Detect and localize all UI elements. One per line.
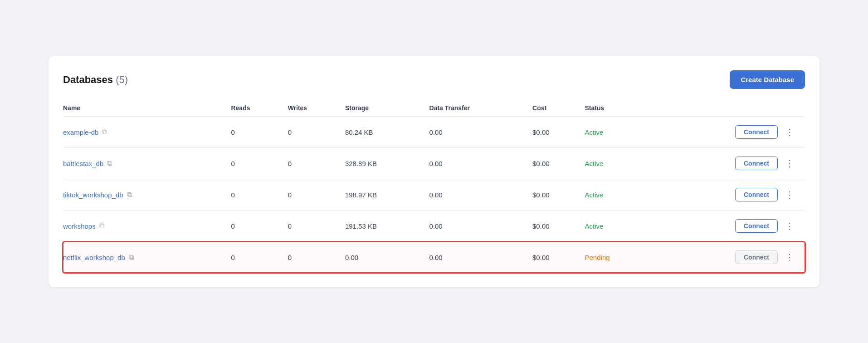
actions-cell: Connect⋮	[654, 187, 798, 202]
db-storage: 0.00	[345, 242, 429, 273]
table-row: battlestax_db ⧉ 00328.89 KB0.00$0.00Acti…	[63, 148, 805, 179]
db-name-cell: netflix_workshop_db ⧉	[63, 242, 231, 273]
db-name-link[interactable]: battlestax_db	[63, 160, 103, 167]
databases-card: Databases (5) Create Database Name Reads…	[49, 56, 819, 287]
connect-button[interactable]: Connect	[735, 250, 778, 264]
db-writes: 0	[288, 211, 345, 242]
db-cost: $0.00	[532, 211, 585, 242]
title-text: Databases	[63, 74, 113, 85]
col-storage: Storage	[345, 100, 429, 117]
db-data-transfer: 0.00	[429, 242, 533, 273]
table-row: tiktok_workshop_db ⧉ 00198.97 KB0.00$0.0…	[63, 179, 805, 211]
db-cost: $0.00	[532, 242, 585, 273]
table-row: workshops ⧉ 00191.53 KB0.00$0.00ActiveCo…	[63, 211, 805, 242]
db-cost: $0.00	[532, 179, 585, 211]
table-row: example-db ⧉ 0080.24 KB0.00$0.00ActiveCo…	[63, 117, 805, 148]
db-name-cell: example-db ⧉	[63, 117, 231, 148]
db-actions: Connect⋮	[654, 211, 805, 242]
db-writes: 0	[288, 242, 345, 273]
connect-button[interactable]: Connect	[735, 219, 778, 233]
db-actions: Connect⋮	[654, 179, 805, 211]
copy-icon[interactable]: ⧉	[102, 128, 107, 136]
db-name-link[interactable]: example-db	[63, 128, 98, 136]
db-writes: 0	[288, 117, 345, 148]
more-options-button[interactable]: ⋮	[781, 156, 798, 171]
col-data-transfer: Data Transfer	[429, 100, 533, 117]
copy-icon[interactable]: ⧉	[129, 253, 134, 261]
status-badge: Active	[585, 222, 604, 230]
db-name-link[interactable]: workshops	[63, 222, 96, 230]
db-data-transfer: 0.00	[429, 148, 533, 179]
db-status: Active	[585, 211, 654, 242]
connect-button[interactable]: Connect	[735, 125, 778, 139]
db-reads: 0	[231, 242, 288, 273]
db-storage: 328.89 KB	[345, 148, 429, 179]
col-name: Name	[63, 100, 231, 117]
db-status: Active	[585, 117, 654, 148]
db-cost: $0.00	[532, 117, 585, 148]
db-storage: 191.53 KB	[345, 211, 429, 242]
db-actions: Connect⋮	[654, 117, 805, 148]
databases-table: Name Reads Writes Storage Data Transfer …	[63, 100, 805, 273]
db-actions: Connect⋮	[654, 148, 805, 179]
more-options-button[interactable]: ⋮	[781, 219, 798, 233]
table-header-row: Name Reads Writes Storage Data Transfer …	[63, 100, 805, 117]
db-writes: 0	[288, 148, 345, 179]
db-name-link[interactable]: tiktok_workshop_db	[63, 191, 123, 199]
db-reads: 0	[231, 117, 288, 148]
db-cost: $0.00	[532, 148, 585, 179]
status-badge: Active	[585, 128, 604, 136]
db-data-transfer: 0.00	[429, 211, 533, 242]
col-writes: Writes	[288, 100, 345, 117]
col-actions	[654, 100, 805, 117]
status-badge: Pending	[585, 254, 610, 261]
db-reads: 0	[231, 211, 288, 242]
db-actions: Connect⋮	[654, 242, 805, 273]
table-row: netflix_workshop_db ⧉ 000.000.00$0.00Pen…	[63, 242, 805, 273]
connect-button[interactable]: Connect	[735, 188, 778, 201]
db-storage: 80.24 KB	[345, 117, 429, 148]
db-name-cell: tiktok_workshop_db ⧉	[63, 179, 231, 211]
actions-cell: Connect⋮	[654, 156, 798, 171]
db-status: Active	[585, 179, 654, 211]
copy-icon[interactable]: ⧉	[127, 191, 132, 199]
db-storage: 198.97 KB	[345, 179, 429, 211]
more-options-button[interactable]: ⋮	[781, 125, 798, 139]
db-name-cell: battlestax_db ⧉	[63, 148, 231, 179]
copy-icon[interactable]: ⧉	[99, 222, 104, 230]
db-count: (5)	[116, 74, 128, 85]
col-reads: Reads	[231, 100, 288, 117]
actions-cell: Connect⋮	[654, 250, 798, 265]
status-badge: Active	[585, 160, 604, 167]
copy-icon[interactable]: ⧉	[107, 159, 112, 167]
db-reads: 0	[231, 148, 288, 179]
db-status: Active	[585, 148, 654, 179]
db-status: Pending	[585, 242, 654, 273]
actions-cell: Connect⋮	[654, 125, 798, 139]
page-title: Databases (5)	[63, 74, 128, 86]
connect-button[interactable]: Connect	[735, 157, 778, 170]
more-options-button[interactable]: ⋮	[781, 250, 798, 265]
create-database-button[interactable]: Create Database	[730, 70, 805, 89]
db-reads: 0	[231, 179, 288, 211]
db-name-cell: workshops ⧉	[63, 211, 231, 242]
db-data-transfer: 0.00	[429, 179, 533, 211]
db-name-link[interactable]: netflix_workshop_db	[63, 254, 125, 261]
status-badge: Active	[585, 191, 604, 199]
actions-cell: Connect⋮	[654, 219, 798, 233]
more-options-button[interactable]: ⋮	[781, 187, 798, 202]
card-header: Databases (5) Create Database	[63, 70, 805, 89]
table-body: example-db ⧉ 0080.24 KB0.00$0.00ActiveCo…	[63, 117, 805, 273]
db-data-transfer: 0.00	[429, 117, 533, 148]
col-status: Status	[585, 100, 654, 117]
db-writes: 0	[288, 179, 345, 211]
col-cost: Cost	[532, 100, 585, 117]
